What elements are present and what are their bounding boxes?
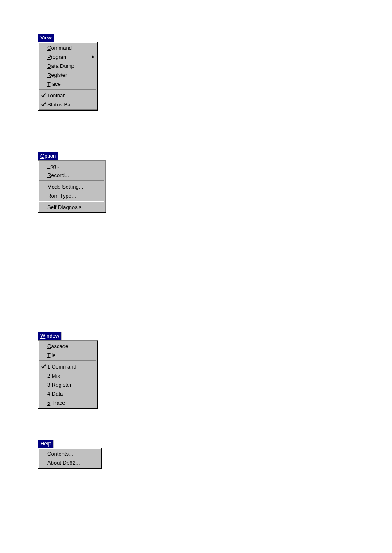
window-menu: Window Cascade Tile 1 Command [38,332,98,409]
menu-item-label: Record... [47,172,102,178]
svg-marker-0 [92,55,94,59]
menu-item-command[interactable]: Command [39,43,97,52]
check-icon [40,93,47,98]
menu-item-label: Toolbar [47,92,88,99]
menu-item-record[interactable]: Record... [39,171,105,180]
menu-item-about[interactable]: About Db62... [39,458,101,467]
menu-item-label: 5 Trace [47,400,94,406]
menu-separator [39,201,104,202]
menu-separator [39,180,104,181]
help-menu-title-ul: H [40,440,44,447]
page-root: View Command Program Data [0,0,392,553]
menu-item-register[interactable]: Register [39,70,97,79]
menu-item-contents[interactable]: Contents... [39,449,101,458]
menu-item-program[interactable]: Program [39,52,97,61]
menu-item-label: 1 Command [47,364,94,370]
menu-item-tile[interactable]: Tile [39,350,97,359]
menu-item-toolbar[interactable]: Toolbar [39,91,97,100]
menu-item-label: Rom Type... [47,193,102,199]
menu-item-label: Log... [47,163,102,169]
menu-item-data-dump[interactable]: Data Dump [39,61,97,70]
submenu-arrow-icon [88,55,94,59]
check-icon [40,364,47,369]
menu-item-label: Mode Setting... [47,184,102,190]
menu-item-rom-type[interactable]: Rom Type... [39,191,105,200]
help-menu-title-rest: elp [44,440,51,447]
menu-item-label: Trace [47,81,88,87]
menu-item-label: 4 Data [47,391,94,397]
menu-item-trace[interactable]: Trace [39,79,97,88]
view-menu: View Command Program Data [38,34,98,111]
menu-item-self-diagnosis[interactable]: Self Diagnosis [39,203,105,212]
menu-separator [39,89,96,90]
menu-item-label: Tile [47,352,94,358]
menu-separator [39,360,96,361]
menu-item-window-1[interactable]: 1 Command [39,362,97,371]
menu-item-label: Command [47,45,88,51]
option-menu: Option Log... Record... Mode Setting... [38,152,106,213]
menu-item-label: Self Diagnosis [47,204,102,210]
menu-item-label: 2 Mix [47,373,94,379]
menu-item-label: Contents... [47,451,98,457]
menu-item-cascade[interactable]: Cascade [39,341,97,350]
menu-item-label: Program [47,54,88,60]
window-menu-title-ul: W [40,333,45,339]
page-footer-rule [31,517,361,518]
menu-item-label: Status Bar [47,101,88,108]
menu-item-window-4[interactable]: 4 Data [39,389,97,398]
menu-item-label: Cascade [47,343,94,349]
window-menu-title-rest: indow [45,333,59,339]
option-menu-title[interactable]: Option [38,152,58,160]
menu-item-mode-setting[interactable]: Mode Setting... [39,182,105,191]
menu-item-status-bar[interactable]: Status Bar [39,100,97,109]
help-menu-body: Contents... About Db62... [38,448,102,469]
menu-item-label: 3 Register [47,382,94,388]
view-menu-title-rest: iew [44,35,52,41]
menu-item-label: Data Dump [47,63,88,69]
option-menu-title-ul: O [40,153,44,159]
option-menu-title-rest: ption [44,153,56,159]
view-menu-title[interactable]: View [38,34,54,42]
menu-item-label: About Db62... [47,460,98,466]
help-menu: Help Contents... About Db62... [38,440,102,469]
menu-item-window-5[interactable]: 5 Trace [39,398,97,407]
menu-item-window-2[interactable]: 2 Mix [39,371,97,380]
check-icon [40,102,47,107]
help-menu-title[interactable]: Help [38,440,54,448]
menu-item-label: Register [47,72,88,78]
view-menu-body: Command Program Data Dump [38,42,98,111]
window-menu-body: Cascade Tile 1 Command 2 Mix [38,340,98,409]
menu-item-window-3[interactable]: 3 Register [39,380,97,389]
option-menu-body: Log... Record... Mode Setting... Rom Typ… [38,160,106,213]
menu-item-log[interactable]: Log... [39,161,105,171]
window-menu-title[interactable]: Window [38,332,62,340]
